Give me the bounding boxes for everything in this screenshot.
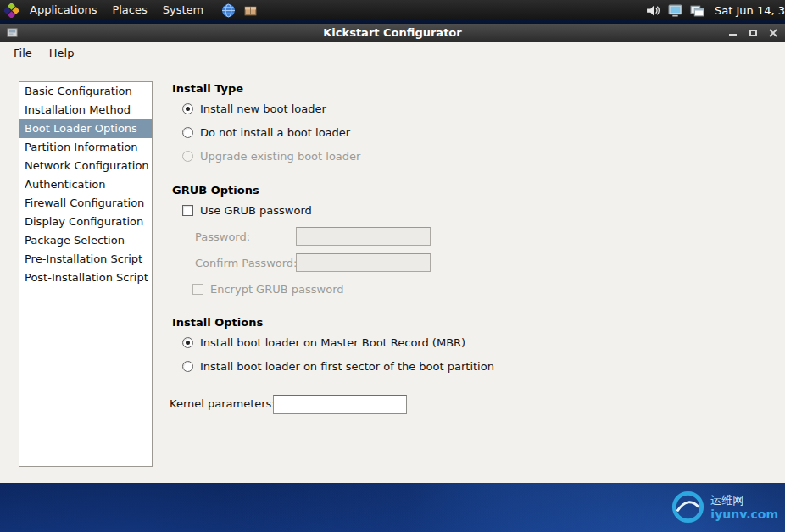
clock[interactable]: Sat Jun 14, 3	[715, 4, 785, 17]
watermark-url: iyunv.com	[710, 507, 778, 521]
radio-selected-icon	[182, 103, 193, 114]
confirm-password-input	[296, 253, 431, 272]
sidebar-item-package-selection[interactable]: Package Selection	[19, 231, 152, 250]
install-type-heading: Install Type	[172, 82, 243, 95]
radio-icon	[182, 127, 193, 138]
checkbox-encrypt-grub-password: Encrypt GRUB password	[192, 282, 344, 296]
top-panel: Applications Places System Sat Jun 14, 3	[0, 0, 785, 20]
maximize-button[interactable]	[747, 27, 759, 39]
menubar: File Help	[0, 42, 785, 64]
radio-install-on-first-sector[interactable]: Install boot loader on first sector of t…	[182, 359, 494, 374]
watermark-cn: 运维网	[710, 494, 778, 507]
checkbox-label: Use GRUB password	[200, 204, 312, 217]
sidebar-item-installation-method[interactable]: Installation Method	[19, 101, 152, 119]
grub-options-heading: GRUB Options	[172, 184, 259, 197]
sidebar-item-boot-loader-options[interactable]: Boot Loader Options	[19, 119, 152, 138]
sidebar-item-authentication[interactable]: Authentication	[19, 175, 152, 194]
display-icon[interactable]	[666, 2, 683, 19]
browser-launcher-icon[interactable]	[220, 2, 237, 19]
radio-install-on-mbr[interactable]: Install boot loader on Master Boot Recor…	[182, 335, 465, 350]
window-app-icon	[6, 26, 19, 39]
window-title: Kickstart Configurator	[0, 26, 785, 39]
close-button[interactable]	[767, 27, 779, 39]
checkbox-label: Encrypt GRUB password	[210, 283, 344, 296]
menu-help[interactable]: Help	[41, 42, 83, 64]
package-launcher-icon[interactable]	[242, 2, 259, 19]
radio-install-new-boot-loader[interactable]: Install new boot loader	[182, 102, 326, 116]
desktop-screen: Applications Places System Sat Jun 14, 3	[0, 0, 785, 532]
window-controls	[727, 27, 779, 39]
iyunv-logo-icon	[670, 489, 706, 525]
password-label: Password:	[195, 230, 250, 243]
desktop-background: 运维网 iyunv.com	[0, 483, 785, 532]
sidebar-item-pre-installation-script[interactable]: Pre-Installation Script	[19, 250, 152, 269]
radio-icon	[182, 361, 193, 372]
panel-left: Applications Places System	[0, 0, 261, 20]
install-options-heading: Install Options	[172, 316, 263, 329]
section-list: Basic Configuration Installation Method …	[19, 81, 153, 467]
menu-file[interactable]: File	[5, 42, 41, 64]
radio-label: Do not install a boot loader	[200, 126, 350, 139]
menu-applications[interactable]: Applications	[22, 0, 104, 20]
sidebar-item-basic-configuration[interactable]: Basic Configuration	[19, 82, 152, 101]
volume-icon[interactable]	[644, 2, 661, 19]
window-body: Basic Configuration Installation Method …	[0, 64, 785, 483]
sidebar-item-firewall-configuration[interactable]: Firewall Configuration	[19, 194, 152, 213]
sidebar-item-partition-information[interactable]: Partition Information	[19, 138, 152, 157]
confirm-password-label: Confirm Password:	[195, 257, 297, 269]
maximize-icon	[749, 30, 757, 36]
checkbox-use-grub-password[interactable]: Use GRUB password	[182, 203, 312, 218]
radio-upgrade-existing-boot-loader: Upgrade existing boot loader	[182, 149, 360, 163]
radio-label: Install boot loader on first sector of t…	[200, 360, 494, 373]
kernel-parameters-label: Kernel parameters:	[170, 397, 276, 410]
sidebar-item-network-configuration[interactable]: Network Configuration	[19, 157, 152, 175]
panel-right: Sat Jun 14, 3	[642, 0, 785, 20]
password-input	[296, 227, 431, 246]
watermark: 运维网 iyunv.com	[670, 489, 778, 525]
distro-logo-icon[interactable]	[3, 2, 19, 19]
menu-places[interactable]: Places	[104, 0, 154, 20]
radio-selected-icon	[182, 337, 193, 348]
titlebar[interactable]: Kickstart Configurator	[0, 24, 785, 42]
sidebar-item-post-installation-script[interactable]: Post-Installation Script	[19, 269, 152, 287]
radio-do-not-install-boot-loader[interactable]: Do not install a boot loader	[182, 125, 350, 140]
kickstart-configurator-window: Kickstart Configurator File Help Basic C…	[0, 24, 785, 483]
checkbox-disabled-icon	[192, 284, 203, 295]
close-icon	[769, 29, 777, 37]
sidebar-item-display-configuration[interactable]: Display Configuration	[19, 213, 152, 231]
watermark-text: 运维网 iyunv.com	[710, 494, 778, 521]
radio-disabled-icon	[182, 151, 193, 162]
windows-stack-icon[interactable]	[688, 2, 705, 19]
radio-label: Upgrade existing boot loader	[200, 150, 360, 163]
checkbox-icon	[182, 205, 193, 216]
radio-label: Install new boot loader	[200, 103, 326, 115]
kernel-parameters-input[interactable]	[273, 395, 407, 414]
radio-label: Install boot loader on Master Boot Recor…	[200, 336, 465, 349]
minimize-button[interactable]	[727, 27, 738, 39]
minimize-icon	[729, 30, 737, 36]
menu-system[interactable]: System	[155, 0, 211, 20]
